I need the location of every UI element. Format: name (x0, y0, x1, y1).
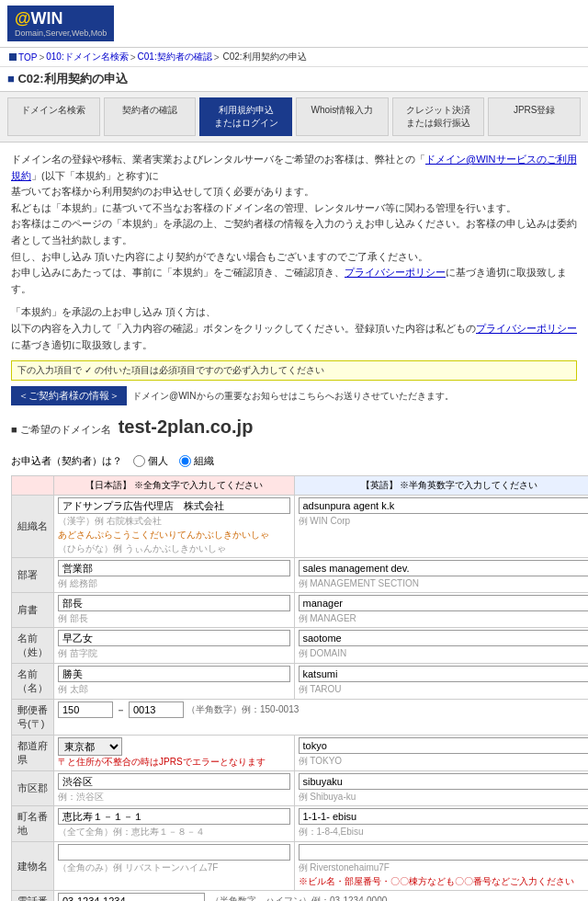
department-en-input[interactable] (299, 560, 589, 576)
building-row: 建物名 （全角のみ）例 リバストーンハイム7F 例 Riverstoneha­i… (12, 842, 589, 891)
tel-label: 電話番号 (12, 891, 54, 901)
firstname-ja-input[interactable] (58, 666, 290, 682)
breadcrumb-current: C02:利用契約の申込 (223, 51, 307, 63)
city-hint: 例：渋谷区 (58, 791, 290, 804)
title-label: 肩書 (12, 593, 54, 628)
privacy-link2[interactable]: プライバシーポリシー (476, 323, 577, 334)
radio-organization[interactable]: 組織 (179, 454, 214, 468)
organization-en-cell: 例 WIN Corp (294, 496, 588, 558)
ja-header-text: 【日本語】 ※全角文字で入力してください (85, 480, 263, 490)
tel-row: 電話番号 （半角数字、ハイフン）例：03-1234-0000 (12, 891, 589, 901)
dept-hint: 例 総務部 (58, 577, 290, 590)
lastname-ja-cell: 例 苗字院 (54, 628, 295, 664)
city-en-input[interactable] (299, 773, 589, 790)
firstname-ja-cell: 例 太郎 (54, 664, 295, 700)
city-en-hint: 例 Shibuya-ku (299, 791, 589, 804)
prefecture-en-cell: 例 TOKYO (294, 736, 588, 771)
section-header: ＜ご契約者様の情報＞ (11, 386, 127, 405)
lastname-ja-input[interactable] (58, 630, 290, 646)
organization-label: 組織名 (12, 496, 54, 558)
address-en-cell: 例：1-8-4,Ebisu (294, 806, 588, 842)
radio-individual[interactable]: 個人 (133, 454, 168, 468)
applicant-type-row: お申込者（契約者）は？ 個人 組織 (11, 454, 577, 468)
lastname-hint: 例 苗字院 (58, 647, 290, 660)
address-label: 町名番地 (12, 806, 54, 842)
postal-cell: － （半角数字）例：150-0013 (54, 700, 589, 736)
org-en-hint: 例 WIN Corp (299, 515, 589, 528)
pref-en-hint: 例 TOKYO (299, 755, 589, 768)
city-ja-input[interactable] (58, 773, 290, 790)
section-link: ドメイン@WINからの重要なお知らせはこちらへお送りさせていただきます。 (132, 390, 454, 403)
radio-individual-input[interactable] (133, 455, 145, 467)
logo-at: @ (15, 9, 31, 28)
breadcrumb: TOP > 010:ドメイン名検索 > C01:契約者の確認 > C02:利用契… (0, 48, 588, 67)
logo: @WIN Domain,Server,Web,Mob (7, 6, 114, 41)
prefecture-en-input[interactable] (299, 737, 589, 754)
postal-hint: （半角数字）例：150-0013 (187, 703, 299, 716)
breadcrumb-b2[interactable]: C01:契約者の確認 (138, 51, 212, 63)
title-en-input[interactable] (299, 595, 589, 611)
dept-en-hint: 例 MANAGEMENT SECTION (299, 577, 589, 590)
privacy-link[interactable]: プライバシーポリシー (345, 267, 446, 278)
org-kana: あどさんぷらこうこくだいりてんかぶしきかいしゃ (58, 529, 290, 542)
firstname-label: 名前（名） (12, 664, 54, 700)
address-en-input[interactable] (299, 808, 589, 825)
lastname-en-input[interactable] (299, 630, 589, 646)
postal-input1[interactable] (58, 701, 113, 718)
tel-cell: （半角数字、ハイフン）例：03-1234-0000 (54, 891, 589, 901)
step-confirm-contractor[interactable]: 契約者の確認 (104, 97, 197, 136)
building-en-input[interactable] (299, 844, 589, 861)
building-ja-input[interactable] (58, 844, 290, 861)
logo-sub: Domain,Server,Web,Mob (15, 29, 107, 38)
step-whois[interactable]: Whois情報入力 (296, 97, 389, 136)
logo-win: WIN (31, 9, 63, 28)
terms-link[interactable]: ドメイン@WINサービスのご利用規約 (11, 154, 577, 181)
building-en-cell: 例 Riverstoneha­imu7F ※ビル名・部屋番号・〇〇棟方なども〇〇… (294, 842, 588, 891)
city-ja-cell: 例：渋谷区 (54, 771, 295, 806)
ja-header: 【日本語】 ※全角文字で入力してください (54, 476, 295, 496)
step-payment[interactable]: クレジット決済または銀行振込 (392, 97, 485, 136)
radio-organization-input[interactable] (179, 455, 191, 467)
title-en-cell: 例 MANAGER (294, 593, 588, 628)
address-ja-input[interactable] (58, 808, 290, 825)
intro-text: ドメイン名の登録や移転、業者実業およびレンタルサーバをご希望のお客様は、弊社との… (11, 152, 577, 297)
city-row: 市区郡 例：渋谷区 例 Shibuya-ku (12, 771, 589, 806)
step-terms[interactable]: 利用規約申込またはログイン (199, 97, 292, 136)
lastname-en-cell: 例 DOMAIN (294, 628, 588, 664)
department-ja-input[interactable] (58, 560, 290, 576)
form-header-row: 【日本語】 ※全角文字で入力してください 【英語】 ※半角英数字で入力してくださ… (12, 476, 589, 496)
form-table: 【日本語】 ※全角文字で入力してください 【英語】 ※半角英数字で入力してくださ… (11, 475, 588, 901)
address-row: 町名番地 （全て全角）例：恵比寿１－８－４ 例：1-8-4,Ebisu (12, 806, 589, 842)
step-domain-search[interactable]: ドメイン名検索 (7, 97, 100, 136)
organization-ja-cell: （漢字）例 右院株式会社 あどさんぷらこうこくだいりてんかぶしきかいしゃ （ひら… (54, 496, 295, 558)
organization-en-input[interactable] (299, 497, 589, 514)
department-ja-cell: 例 総務部 (54, 558, 295, 593)
nav-icon (9, 53, 17, 61)
department-label: 部署 (12, 558, 54, 593)
firstname-en-input[interactable] (299, 666, 589, 682)
firstname-en-hint: 例 TAROU (299, 683, 589, 696)
postal-row: 郵便番号(〒) － （半角数字）例：150-0013 (12, 700, 589, 736)
firstname-hint: 例 太郎 (58, 683, 290, 696)
firstname-en-cell: 例 TAROU (294, 664, 588, 700)
building-hint: （全角のみ）例 リバストーンハイム7F (58, 861, 290, 874)
city-label: 市区郡 (12, 771, 54, 806)
prefecture-ja-cell: 東京都 大阪府 神奈川県 〒と住所が不整合の時はJPRSでエラーとなります (54, 736, 295, 771)
title-hint: 例 部長 (58, 612, 290, 625)
tel-input[interactable] (58, 893, 205, 901)
title-ja-input[interactable] (58, 595, 290, 611)
department-en-cell: 例 MANAGEMENT SECTION (294, 558, 588, 593)
title-en-hint: 例 MANAGER (299, 612, 589, 625)
breadcrumb-b1[interactable]: 010:ドメイン名検索 (46, 51, 128, 63)
organization-ja-input[interactable] (58, 497, 290, 514)
lastname-label: 名前（姓） (12, 628, 54, 664)
applicant-label: お申込者（契約者）は？ (11, 454, 122, 468)
postal-input2[interactable] (129, 701, 184, 718)
header: @WIN Domain,Server,Web,Mob (0, 0, 588, 48)
address-ja-cell: （全て全角）例：恵比寿１－８－４ (54, 806, 295, 842)
breadcrumb-top[interactable]: TOP (18, 52, 37, 63)
building-label: 建物名 (12, 842, 54, 891)
address-hint: （全て全角）例：恵比寿１－８－４ (58, 826, 290, 838)
step-jprs[interactable]: JPRS登録 (488, 97, 581, 136)
prefecture-select[interactable]: 東京都 大阪府 神奈川県 (58, 737, 122, 756)
